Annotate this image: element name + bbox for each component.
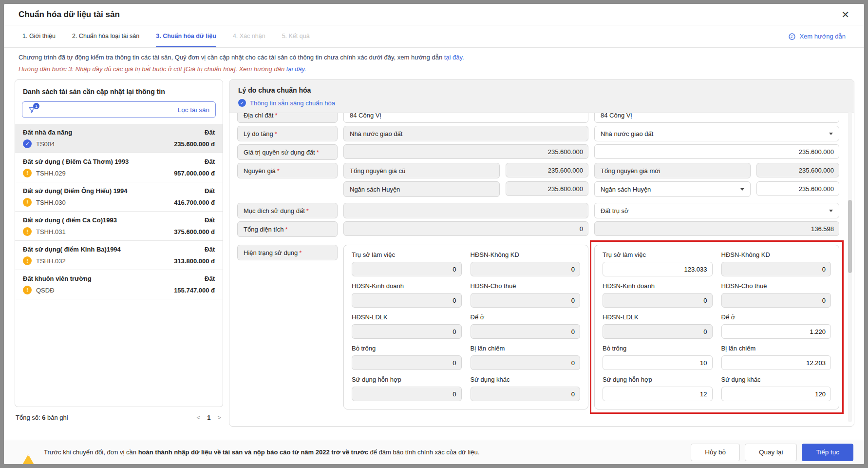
warning-icon xyxy=(23,256,32,265)
asset-list-card: Danh sách tài sản cần cập nhật lại thông… xyxy=(15,79,223,407)
asset-name: Đất khuôn viên trường xyxy=(23,275,92,282)
asset-name: Đất sử dụng( Điếm Ông Hiếu) 1994 xyxy=(23,187,128,195)
asset-list-item[interactable]: Đất nhà đa năng Đất TS004 235.600.000 đ xyxy=(15,124,223,153)
address-new-input[interactable] xyxy=(594,113,839,123)
chevron-down-icon xyxy=(829,133,833,135)
warning-icon xyxy=(23,286,32,294)
prev-page-button[interactable]: < xyxy=(197,414,201,421)
usage-field-label: Sử dụng hỗn hợp xyxy=(352,376,462,383)
filter-assets-button[interactable]: 1 Lọc tài sản xyxy=(22,101,216,118)
back-button[interactable]: Quay lại xyxy=(745,444,797,461)
usage-field-label: HĐSN-LDLK xyxy=(603,313,713,321)
check-icon xyxy=(23,139,32,148)
old-total-price-label: Tổng nguyên giá cũ xyxy=(343,163,500,178)
step-result: 5. Kết quả xyxy=(282,25,310,47)
usage-new-input[interactable] xyxy=(603,387,713,401)
current-page[interactable]: 1 xyxy=(207,414,210,421)
pagination: < 1 > xyxy=(197,414,221,421)
view-guide-link[interactable]: Xem hướng dẫn xyxy=(788,25,846,47)
step-intro[interactable]: 1. Giới thiệu xyxy=(22,25,56,47)
warning-icon xyxy=(23,227,32,236)
usage-field-label: Sử dụng khác xyxy=(471,376,581,383)
asset-code: TSHH.030 xyxy=(36,199,66,206)
usage-new-cell: HĐSN-Cho thuê xyxy=(721,282,831,308)
address-old-input[interactable] xyxy=(343,113,588,123)
usage-new-input[interactable] xyxy=(721,355,831,370)
land-value-old-input xyxy=(343,144,588,159)
asset-list-item[interactable]: Đất sử dụng( Điếm Ông Hiếu) 1994 Đất TSH… xyxy=(15,182,223,212)
usage-new-cell: Sử dụng hỗn hợp xyxy=(603,376,713,401)
usage-field-label: Để ở xyxy=(721,313,831,321)
asset-list-item[interactable]: Đất sử dụng ( điểm Cả Cỏ)1993 Đất TSHH.0… xyxy=(15,212,223,241)
vertical-scrollbar xyxy=(848,112,852,422)
budget-row: Ngân sách Huyện Ngân sách Huyện xyxy=(237,181,839,197)
modal-titlebar: Chuẩn hóa dữ liệu tài sản ✕ xyxy=(4,4,864,25)
here-link-2[interactable]: tại đây. xyxy=(286,65,306,73)
usage-new-cell: Bị lấn chiếm xyxy=(721,345,831,370)
page-title: Chuẩn hóa dữ liệu tài sản xyxy=(19,10,120,20)
new-budget-select[interactable]: Ngân sách Huyện xyxy=(594,181,751,197)
increase-reason-label: Lý do tăng* xyxy=(237,126,338,141)
cancel-button[interactable]: Hủy bỏ xyxy=(691,444,740,461)
usage-field-label: HĐSN-Kinh doanh xyxy=(352,282,462,290)
usage-field-label: Trụ sở làm việc xyxy=(352,251,462,258)
new-total-price-input xyxy=(756,163,839,177)
usage-old-input xyxy=(471,387,581,401)
asset-list-item[interactable]: Đất khuôn viên trường Đất QSDĐ 155.747.0… xyxy=(15,270,223,299)
chevron-down-icon xyxy=(740,188,744,191)
usage-field-label: Bỏ trống xyxy=(352,345,462,352)
asset-code: TS004 xyxy=(36,140,55,148)
close-icon[interactable]: ✕ xyxy=(841,10,849,20)
ready-status: Thông tin sẵn sàng chuẩn hóa xyxy=(238,99,845,107)
usage-field-label: HĐSN-Không KD xyxy=(471,251,581,258)
asset-amount: 155.747.000 đ xyxy=(174,287,215,294)
next-page-button[interactable]: > xyxy=(217,414,221,421)
usage-field-label: HĐSN-Cho thuê xyxy=(471,282,581,290)
step-asset-type[interactable]: 2. Chuẩn hóa loại tài sản xyxy=(72,25,139,47)
continue-button[interactable]: Tiếp tục xyxy=(802,444,853,461)
land-value-label: Giá trị quyền sử dụng đất* xyxy=(237,144,338,160)
usage-old-cell: HĐSN-Kinh doanh xyxy=(352,282,462,308)
usage-new-input[interactable] xyxy=(721,324,831,339)
asset-code: QSDĐ xyxy=(36,287,55,294)
land-value-row: Giá trị quyền sử dụng đất* xyxy=(237,144,839,160)
usage-new-input[interactable] xyxy=(603,262,713,276)
increase-reason-new-select[interactable]: Nhà nước giao đất xyxy=(594,126,839,141)
usage-old-cell: Sử dụng khác xyxy=(471,376,581,401)
usage-field-label: Bỏ trống xyxy=(603,345,713,352)
usage-new-input[interactable] xyxy=(721,387,831,401)
asset-list-item[interactable]: Đất sử dụng( điểm Kinh Ba)1994 Đất TSHH.… xyxy=(15,241,223,270)
land-purpose-new-select[interactable]: Đất trụ sở xyxy=(594,203,839,218)
asset-type: Đất xyxy=(205,275,215,282)
asset-amount: 235.600.000 đ xyxy=(174,140,215,148)
land-value-new-input[interactable] xyxy=(594,144,839,159)
scrollbar-thumb[interactable] xyxy=(848,200,852,273)
step-data[interactable]: 3. Chuẩn hóa dữ liệu xyxy=(156,25,216,47)
step-confirm: 4. Xác nhận xyxy=(233,25,265,47)
instruction-line-1: Chương trình đã tự động kiểm tra thông t… xyxy=(19,54,849,61)
asset-list-title: Danh sách tài sản cần cập nhật lại thông… xyxy=(15,80,223,101)
list-summary: Tổng số: 6 bản ghi < 1 > xyxy=(15,407,223,421)
asset-code: TSHH.031 xyxy=(36,228,66,235)
here-link-1[interactable]: tại đây. xyxy=(444,54,464,61)
old-total-price-input xyxy=(506,163,588,177)
asset-type: Đất xyxy=(205,158,215,165)
main-area: Danh sách tài sản cần cập nhật lại thông… xyxy=(4,78,864,435)
filter-count-badge: 1 xyxy=(33,103,39,109)
usage-new-input xyxy=(603,293,713,308)
usage-field-label: HĐSN-Cho thuê xyxy=(721,282,831,290)
total-records: Tổng số: 6 bản ghi xyxy=(16,414,68,421)
usage-old-input xyxy=(352,262,462,276)
usage-field-label: Bị lấn chiếm xyxy=(471,345,581,352)
usage-new-cell: HĐSN-LDLK xyxy=(603,313,713,339)
usage-status-row: Hiện trạng sử dụng* Trụ sở làm việc HĐSN… xyxy=(237,245,839,414)
usage-new-input xyxy=(721,262,831,276)
view-guide-label: Xem hướng dẫn xyxy=(799,33,846,40)
asset-list-item[interactable]: Đất sử dụng ( Điếm Cả Thơm) 1993 Đất TSH… xyxy=(15,153,223,182)
usage-field-label: HĐSN-Không KD xyxy=(721,251,831,258)
new-budget-input[interactable] xyxy=(756,181,839,196)
usage-old-cell: Để ở xyxy=(471,313,581,339)
warning-icon: ! xyxy=(22,447,35,458)
usage-field-label: Sử dụng khác xyxy=(721,376,831,383)
usage-new-input[interactable] xyxy=(603,355,713,370)
